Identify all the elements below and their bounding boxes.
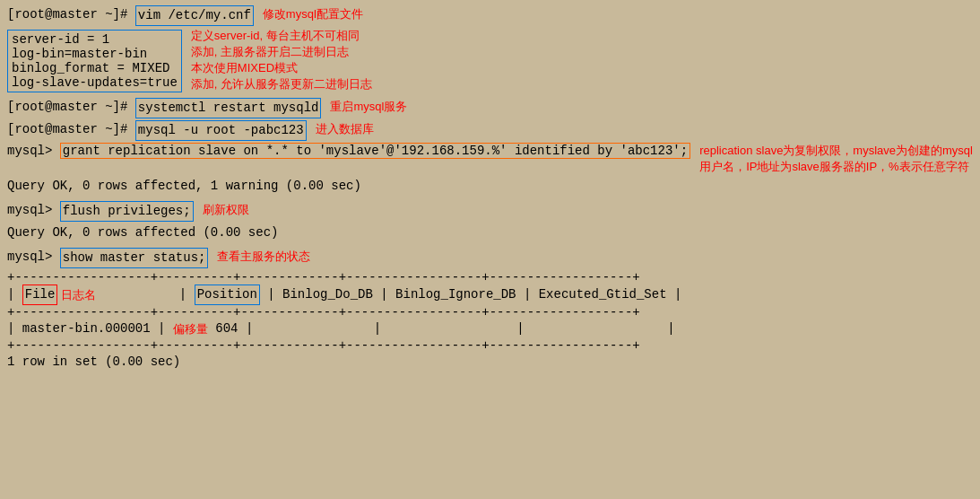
restart-annotation: 重启mysql服务 [330, 98, 407, 116]
config-ann-4: 添加, 允许从服务器更新二进制日志 [191, 76, 372, 92]
file-value: master-bin.000001 [22, 320, 151, 338]
flush-annotation: 刷新权限 [203, 201, 249, 219]
table-bottom-border: +------------------+----------+---------… [7, 338, 973, 353]
grant-ann-1: replication slave为复制权限，myslave为创建的mysql [699, 143, 973, 159]
file-annotation: 日志名 [61, 286, 96, 304]
grant-cmd: grant replication slave on *.* to 'mysla… [60, 143, 690, 159]
show-cmd: show master status; [60, 248, 209, 268]
file-header: File [22, 285, 58, 305]
flush-cmd: flush privileges; [60, 201, 194, 222]
prompt-grant: mysql> [7, 144, 60, 158]
prompt-1: [root@master ~]# [7, 5, 135, 24]
flush-output: Query OK, 0 rows affected (0.00 sec) [7, 223, 973, 242]
prompt-restart: [root@master ~]# [7, 98, 135, 117]
prompt-mysql-login: [root@master ~]# [7, 120, 135, 139]
pipe-d3: | | | | [238, 320, 674, 338]
config-ann-2: 添加, 主服务器开启二进制日志 [191, 44, 372, 60]
pipe-1: | [7, 285, 22, 304]
pipe-d2: | [151, 320, 173, 338]
vim-annotation: 修改mysql配置文件 [263, 5, 363, 23]
table-header-row: | File 日志名 | Position | Binlog_Do_DB | B… [7, 285, 973, 305]
config-block: server-id = 1 log-bin=master-bin binlog_… [7, 30, 182, 92]
restart-line: [root@master ~]# systemctl restart mysql… [7, 98, 973, 118]
pos-value: 604 [215, 320, 238, 338]
mysql-login-line: [root@master ~]# mysql -u root -pabc123 … [7, 120, 973, 141]
space [208, 320, 215, 338]
grant-output: Query OK, 0 rows affected, 1 warning (0.… [7, 177, 973, 196]
table-mid-border: +------------------+----------+---------… [7, 305, 973, 320]
pipe-2: | [96, 285, 194, 304]
flush-line: mysql> flush privileges; 刷新权限 [7, 201, 973, 222]
table-data-row: | master-bin.000001 | 偏移量 604 | | | | [7, 320, 973, 338]
offset-label: 偏移量 [173, 320, 208, 338]
mysql-login-annotation: 进入数据库 [316, 120, 374, 138]
prompt-show: mysql> [7, 248, 60, 267]
vim-cmd: vim /etc/my.cnf [135, 5, 254, 26]
table-top-border: +------------------+----------+---------… [7, 270, 973, 285]
terminal: [root@master ~]# vim /etc/my.cnf 修改mysql… [7, 5, 973, 494]
vim-line: [root@master ~]# vim /etc/my.cnf 修改mysql… [7, 5, 973, 26]
config-ann-1: 定义server-id, 每台主机不可相同 [191, 28, 372, 44]
position-header: Position [195, 285, 260, 305]
restart-cmd: systemctl restart mysqld [135, 98, 322, 118]
pipe-d1: | [7, 320, 22, 338]
show-status-line: mysql> show master status; 查看主服务的状态 [7, 248, 973, 268]
grant-ann-2: 用户名，IP地址为slave服务器的IP，%表示任意字符 [699, 159, 973, 175]
config-ann-3: 本次使用MIXED模式 [191, 60, 372, 76]
show-annotation: 查看主服务的状态 [217, 248, 310, 266]
final-line: 1 row in set (0.00 sec) [7, 353, 973, 372]
prompt-flush: mysql> [7, 201, 60, 220]
mysql-login-cmd: mysql -u root -pabc123 [135, 120, 307, 141]
pipe-3: | Binlog_Do_DB | Binlog_Ignore_DB | Exec… [260, 285, 681, 304]
